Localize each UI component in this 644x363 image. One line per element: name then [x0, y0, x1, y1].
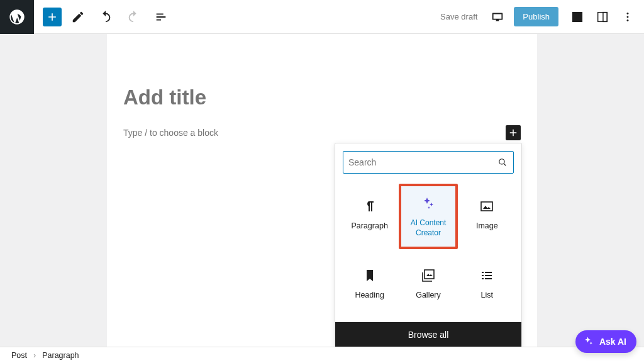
editor-canvas-bg: Add title Type / to choose a block: [0, 34, 644, 347]
block-image-label: Image: [476, 221, 498, 232]
search-input[interactable]: [348, 157, 497, 167]
device-icon: [491, 10, 504, 24]
document-overview-button[interactable]: [150, 6, 172, 28]
toolbar-left-group: [0, 0, 172, 33]
sidebar-icon: [596, 10, 609, 24]
svg-rect-6: [481, 202, 492, 211]
redo-button[interactable]: [122, 6, 145, 28]
svg-rect-0: [598, 12, 608, 21]
undo-icon: [99, 10, 113, 24]
sparkles-icon: [420, 195, 436, 211]
wordpress-logo[interactable]: [0, 0, 34, 34]
list-icon: [479, 267, 495, 284]
publish-button[interactable]: Publish: [514, 7, 558, 26]
inserter-search-field[interactable]: [343, 151, 514, 174]
add-block-button[interactable]: [506, 125, 521, 140]
block-grid: Paragraph AI Content Creator Image Headi…: [335, 181, 521, 322]
edit-in-box-icon: [570, 10, 584, 24]
svg-point-4: [627, 20, 629, 21]
block-ai-content-creator[interactable]: AI Content Creator: [399, 184, 457, 249]
chevron-right-icon: ›: [33, 351, 36, 360]
breadcrumb-current[interactable]: Paragraph: [42, 351, 79, 360]
wordpress-icon: [8, 8, 26, 26]
redo-icon: [126, 10, 140, 24]
breadcrumb: Post › Paragraph: [0, 347, 644, 363]
block-prompt-row: Type / to choose a block: [123, 125, 521, 140]
pencil-icon: [71, 10, 85, 24]
svg-point-5: [499, 159, 504, 164]
browse-all-button[interactable]: Browse all: [335, 322, 521, 347]
gallery-icon: [420, 267, 436, 284]
paragraph-icon: [362, 198, 378, 215]
top-toolbar: Save draft Publish: [0, 0, 644, 34]
tools-button[interactable]: [67, 6, 89, 28]
jetpack-button[interactable]: [566, 6, 589, 28]
block-heading[interactable]: Heading: [340, 253, 399, 315]
post-title-input[interactable]: Add title: [123, 86, 206, 109]
undo-button[interactable]: [94, 6, 117, 28]
block-ai-label: AI Content Creator: [404, 218, 452, 238]
plus-icon: [46, 11, 58, 23]
toolbar-right-group: Save draft Publish: [434, 6, 639, 28]
block-gallery-label: Gallery: [416, 290, 441, 301]
block-paragraph[interactable]: Paragraph: [340, 184, 399, 245]
svg-point-3: [627, 16, 629, 18]
block-gallery[interactable]: Gallery: [399, 253, 457, 315]
outline-icon: [154, 10, 168, 24]
ask-ai-button[interactable]: Ask AI: [575, 330, 636, 353]
svg-point-2: [627, 13, 629, 14]
block-image[interactable]: Image: [458, 184, 516, 245]
svg-rect-8: [425, 270, 434, 279]
block-paragraph-label: Paragraph: [351, 221, 387, 232]
save-draft-button[interactable]: Save draft: [434, 8, 484, 25]
block-list-label: List: [481, 290, 493, 301]
plus-icon: [508, 127, 519, 138]
block-list[interactable]: List: [458, 253, 516, 315]
block-inserter-toggle[interactable]: [43, 8, 62, 26]
kebab-icon: [621, 10, 635, 24]
ask-ai-label: Ask AI: [599, 337, 626, 347]
inserter-search-wrap: [335, 143, 521, 181]
settings-sidebar-button[interactable]: [591, 6, 614, 28]
breadcrumb-root[interactable]: Post: [11, 351, 27, 360]
sparkles-icon: [583, 336, 594, 347]
heading-icon: [362, 267, 378, 284]
block-prompt-text[interactable]: Type / to choose a block: [123, 128, 218, 138]
more-options-button[interactable]: [616, 6, 639, 28]
svg-rect-1: [603, 12, 607, 21]
preview-button[interactable]: [486, 6, 509, 28]
block-heading-label: Heading: [355, 290, 384, 301]
block-inserter-popover: Paragraph AI Content Creator Image Headi…: [335, 143, 522, 348]
search-icon: [497, 157, 508, 168]
image-icon: [479, 198, 495, 215]
